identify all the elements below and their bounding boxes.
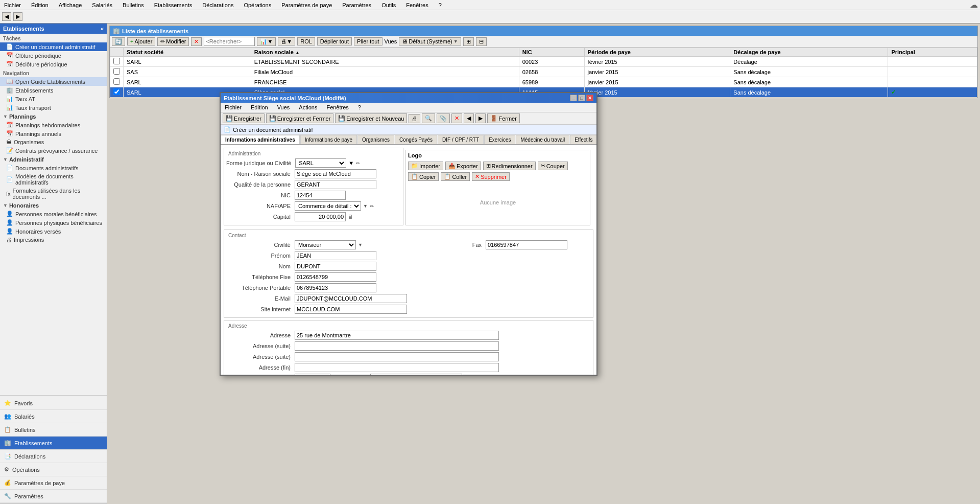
menu-parametres-paye[interactable]: Paramètres de paye <box>279 2 334 9</box>
attachment-button[interactable]: 📎 <box>437 113 450 123</box>
grid-icon-button[interactable]: ⊞ <box>463 37 474 46</box>
table-row[interactable]: SAS Filiale McCloud 02658 janvier 2015 S… <box>110 67 977 77</box>
sidebar-nav-favoris[interactable]: ⭐ Favoris <box>0 397 107 410</box>
row-check-3[interactable] <box>110 87 124 98</box>
tab-informations-admin[interactable]: Informations administratives <box>221 135 300 145</box>
naf-edit-icon[interactable]: ✏ <box>370 203 374 209</box>
modal-close-button[interactable]: ✕ <box>586 95 593 101</box>
menu-parametres[interactable]: Paramètres <box>340 2 373 9</box>
qualite-input[interactable] <box>295 180 376 189</box>
sidebar-item-formules[interactable]: fx Formules utilisées dans les documents… <box>0 187 107 201</box>
close-modal-button[interactable]: 🚪 Fermer <box>487 113 519 123</box>
sidebar-collapse-icon[interactable]: « <box>101 26 104 32</box>
adresse-input[interactable] <box>295 331 499 340</box>
adresse-suite2-input[interactable] <box>295 352 499 361</box>
sidebar-item-cloture[interactable]: 📅 Clôture périodique <box>0 51 107 60</box>
sidebar-nav-bulletins[interactable]: 📋 Bulletins <box>0 423 107 437</box>
ville-select[interactable]: PARIS 2EME ARRONDISSEMENT <box>370 374 462 375</box>
next-button[interactable]: ▶ <box>475 113 486 123</box>
sidebar-item-taux-at[interactable]: 📊 Taux AT <box>0 95 107 103</box>
coller-button[interactable]: 📋 Coller <box>441 172 470 181</box>
supprimer-logo-button[interactable]: ✕ Supprimer <box>472 172 510 181</box>
col-decalage[interactable]: Décalage de paye <box>730 48 888 57</box>
refresh-button[interactable]: 🔄 <box>112 37 125 46</box>
copier-button[interactable]: 📋 Copier <box>408 172 439 181</box>
couper-button[interactable]: ✂ Couper <box>538 162 568 170</box>
sidebar-nav-operations[interactable]: ⚙ Opérations <box>0 463 107 476</box>
ajouter-button[interactable]: + Ajouter <box>127 37 155 45</box>
adresse-fin-input[interactable] <box>295 363 499 372</box>
modal-minimize-button[interactable]: _ <box>570 95 577 101</box>
exporter-button[interactable]: 📤 Exporter <box>445 162 481 170</box>
checkbox-0[interactable] <box>113 58 120 64</box>
modal-menu-edition[interactable]: Édition <box>249 104 270 111</box>
menu-outils[interactable]: Outils <box>379 2 398 9</box>
tab-effectifs[interactable]: Effectifs <box>570 135 596 144</box>
nic-input[interactable] <box>295 191 346 200</box>
sidebar-item-etablissements-nav[interactable]: 🏢 Etablissements <box>0 86 107 95</box>
modifier-button[interactable]: ✏ Modifier <box>157 37 189 46</box>
export-btn[interactable]: 📊▼ <box>257 37 276 46</box>
forme-juridique-edit[interactable]: ✏ <box>356 161 360 166</box>
col-statut[interactable]: Statut société <box>124 48 251 57</box>
vues-defaut-button[interactable]: 🖥 Défaut (Système) ▼ <box>399 37 461 45</box>
menu-etablissements[interactable]: Etablissements <box>152 2 195 9</box>
sidebar-item-personnes-morales[interactable]: 👤 Personnes morales bénéficiaires <box>0 210 107 218</box>
modal-menu-fichier[interactable]: Fichier <box>223 104 244 111</box>
print-btn[interactable]: 🖨▼ <box>278 37 295 45</box>
tab-medecine-travail[interactable]: Médecine du travail <box>516 135 569 144</box>
sidebar-nav-salaries[interactable]: 👥 Salariés <box>0 410 107 423</box>
modal-menu-fenetres[interactable]: Fenêtres <box>324 104 350 111</box>
sidebar-nav-parametres-paye[interactable]: 💰 Paramètres de paye <box>0 476 107 490</box>
nom-raison-input[interactable] <box>295 169 376 178</box>
menu-fenetres[interactable]: Fenêtres <box>404 2 430 9</box>
sidebar-item-organismes[interactable]: 🏛 Organismes <box>0 138 107 146</box>
forward-button[interactable]: ▶ <box>13 12 22 21</box>
sidebar-nav-declarations[interactable]: 📑 Déclarations <box>0 450 107 463</box>
config-icon-button[interactable]: ⊟ <box>476 37 487 46</box>
menu-fichier[interactable]: Fichier <box>2 2 23 9</box>
plier-tout-button[interactable]: Plier tout <box>354 37 382 45</box>
back-button[interactable]: ◀ <box>2 12 11 21</box>
sidebar-item-plannings-hebdo[interactable]: 📅 Plannings hebdomadaires <box>0 121 107 129</box>
table-row[interactable]: SARL FRANCHISE 65989 janvier 2015 Sans d… <box>110 77 977 87</box>
prenom-input[interactable] <box>295 251 376 260</box>
sidebar-nav-etablissements[interactable]: 🏢 Etablissements <box>0 437 107 450</box>
col-principal[interactable]: Principal <box>888 48 977 57</box>
redimensionner-button[interactable]: ⊞ Redimensionner <box>483 162 536 170</box>
modal-menu-help[interactable]: ? <box>356 104 363 111</box>
tab-informations-paye[interactable]: Informations de paye <box>300 135 357 144</box>
delete-modal-button[interactable]: ✕ <box>451 113 462 123</box>
menu-operations[interactable]: Opérations <box>242 2 273 9</box>
checkbox-2[interactable] <box>113 78 120 85</box>
honoraires-group[interactable]: ▼ Honoraires <box>0 201 107 210</box>
col-nic[interactable]: NIC <box>519 48 584 57</box>
checkbox-1[interactable] <box>113 68 120 75</box>
col-raison[interactable]: Raison sociale ▲ <box>251 48 519 57</box>
enregistrer-fermer-button[interactable]: 💾 Enregistrer et Fermer <box>266 113 334 123</box>
menu-salaries[interactable]: Salariés <box>90 2 114 9</box>
tab-exercices[interactable]: Exercices <box>484 135 515 144</box>
menu-help[interactable]: ? <box>437 2 444 9</box>
sidebar-item-modeles-documents[interactable]: 📄 Modèles de documents administratifs <box>0 172 107 187</box>
nom-contact-input[interactable] <box>295 262 376 271</box>
code-postal-select[interactable]: 75002 <box>295 374 330 375</box>
checkbox-3[interactable] <box>113 88 120 95</box>
civilite-select[interactable]: Monsieur <box>295 240 356 249</box>
col-periode[interactable]: Période de paye <box>584 48 730 57</box>
tab-conges-payes[interactable]: Congés Payés <box>395 135 437 144</box>
deplier-tout-button[interactable]: Déplier tout <box>317 37 352 45</box>
menu-edition[interactable]: Édition <box>29 2 51 9</box>
row-check-1[interactable] <box>110 67 124 77</box>
table-row[interactable]: SARL ETABLISSEMENT SECONDAIRE 00023 févr… <box>110 57 977 67</box>
enregistrer-button[interactable]: 💾 Enregistrer <box>223 113 265 123</box>
row-check-0[interactable] <box>110 57 124 67</box>
modal-restore-button[interactable]: □ <box>578 95 585 101</box>
naf-select[interactable]: Commerce de détail : <box>295 201 361 211</box>
rol-button[interactable]: ROL <box>297 37 315 45</box>
modal-menu-actions[interactable]: Actions <box>297 104 319 111</box>
site-input[interactable] <box>295 305 407 314</box>
sidebar-item-decloture[interactable]: 📅 Déclôture périodique <box>0 60 107 68</box>
forme-juridique-select[interactable]: SARL <box>295 158 346 168</box>
sidebar-item-taux-transport[interactable]: 📊 Taux transport <box>0 103 107 112</box>
